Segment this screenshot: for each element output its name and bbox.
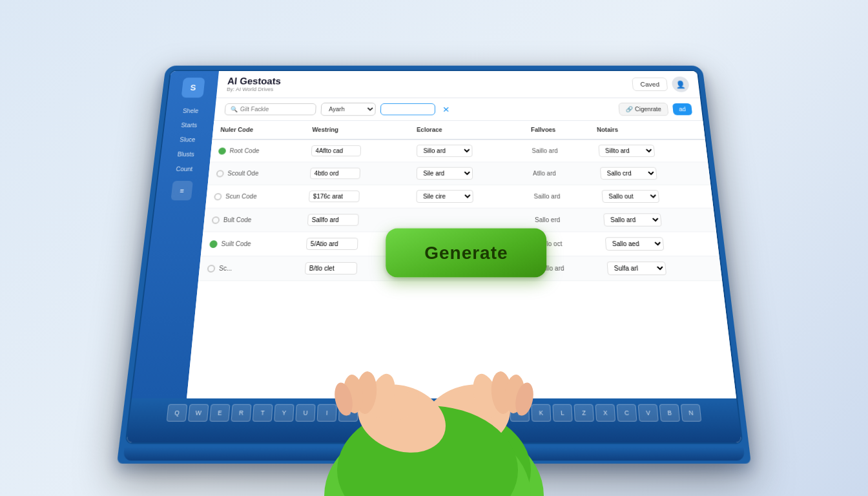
sidebar-item-blusts[interactable]: Blusts xyxy=(163,149,208,160)
user-icon-button[interactable]: 👤 xyxy=(671,77,690,92)
sidebar-item-shele[interactable]: Shele xyxy=(169,105,212,116)
header-right: Caved 👤 xyxy=(632,77,690,92)
cell-westring xyxy=(303,140,409,162)
generate-big-button[interactable]: Generate xyxy=(386,229,546,278)
westring-input[interactable] xyxy=(307,214,358,225)
sidebar-item-sluce[interactable]: Sluce xyxy=(165,134,210,145)
sidebar-bottom-icon[interactable]: ≡ xyxy=(170,181,193,200)
key-a[interactable]: A xyxy=(381,404,400,422)
generate-overlay: Generate xyxy=(386,229,546,278)
notairs-select[interactable]: Sallo ard xyxy=(603,213,662,226)
sidebar-logo: S xyxy=(181,78,205,98)
key-v[interactable]: V xyxy=(638,404,659,422)
col-fallvoes: Fallvoes xyxy=(523,121,590,140)
cell-nuler-code: Sc... xyxy=(198,256,298,280)
eclorace-select[interactable]: Sile ard xyxy=(416,167,472,180)
extra-input[interactable] xyxy=(380,103,435,115)
key-n[interactable]: N xyxy=(681,404,702,422)
radio-dot[interactable] xyxy=(218,147,227,154)
key-z[interactable]: Z xyxy=(574,404,594,422)
app-subtitle: By: AI World Drives xyxy=(227,87,281,92)
cigenrate-button[interactable]: 🔗 Cigenrate xyxy=(618,103,668,116)
notairs-select[interactable]: Sallo out xyxy=(601,190,659,203)
cell-notairs: Sulfa arl xyxy=(598,256,722,280)
table-header-row: Nuler Code Westring Eclorace Fallvoes No… xyxy=(212,121,705,140)
add-button[interactable]: ad xyxy=(672,103,692,115)
search-icon: 🔍 xyxy=(230,106,238,112)
toolbar: 🔍 Ayarh Option2 Option3 ✕ 🔗 xyxy=(214,98,703,121)
key-m[interactable]: M xyxy=(367,424,388,442)
key-u[interactable]: U xyxy=(295,404,315,422)
key-d[interactable]: D xyxy=(424,404,444,422)
key-x[interactable]: X xyxy=(595,404,615,422)
westring-input[interactable] xyxy=(308,191,359,202)
key-r[interactable]: R xyxy=(231,404,251,422)
key-w[interactable]: W xyxy=(188,404,209,422)
caved-button[interactable]: Caved xyxy=(632,78,668,91)
notairs-select[interactable]: Sillto ard xyxy=(598,145,655,157)
cell-eclorace: Sillo ard xyxy=(409,140,525,162)
radio-dot[interactable] xyxy=(216,170,224,177)
cell-eclorace: Sile cire xyxy=(408,185,526,208)
radio-dot[interactable] xyxy=(207,264,215,272)
radio-dot[interactable] xyxy=(209,240,218,248)
eclorace-select[interactable]: Sile cire xyxy=(416,190,473,203)
key-b[interactable]: B xyxy=(659,404,680,422)
fallvoes-text: Saillo ard xyxy=(532,147,557,154)
westring-input[interactable] xyxy=(305,238,358,250)
fallvoes-text: Sallo erd xyxy=(535,216,561,223)
row-name: Root Code xyxy=(229,147,260,154)
fallvoes-text: Saillo ard xyxy=(533,193,560,200)
filter-dropdown[interactable]: Ayarh Option2 Option3 xyxy=(320,103,375,116)
key-k[interactable]: K xyxy=(531,404,551,422)
cell-nuler-code: Suilt Code xyxy=(201,232,299,256)
key-o[interactable]: O xyxy=(338,404,358,422)
key-i[interactable]: I xyxy=(317,404,337,422)
generate-icon: 🔗 xyxy=(625,106,633,112)
notairs-select[interactable]: Sallo aed xyxy=(604,237,664,251)
key-q[interactable]: Q xyxy=(167,404,188,422)
key-l[interactable]: L xyxy=(552,404,572,422)
key-space[interactable] xyxy=(389,424,501,442)
cell-notairs: Sallo aed xyxy=(597,232,719,256)
key-g[interactable]: G xyxy=(467,404,486,422)
notairs-select[interactable]: Sulfa arl xyxy=(606,262,666,275)
notairs-select[interactable]: Sallo crd xyxy=(599,167,657,180)
col-nuler-code: Nuler Code xyxy=(212,121,305,140)
key-h[interactable]: H xyxy=(488,404,508,422)
app-title-group: AI Gestoats By: AI World Drives xyxy=(227,77,282,92)
key-f[interactable]: F xyxy=(446,404,465,422)
keyboard-area: Q W E R T Y U I O P A S D F G H J K L Z xyxy=(127,398,741,442)
table-row: Scun Code Sile cire Saillo ard Sallo out xyxy=(205,185,713,208)
col-westring: Westring xyxy=(304,121,409,140)
key-y[interactable]: Y xyxy=(274,404,294,422)
key-e[interactable]: E xyxy=(209,404,230,422)
key-p[interactable]: P xyxy=(360,404,380,422)
key-c[interactable]: C xyxy=(617,404,637,422)
sidebar-item-starts[interactable]: Starts xyxy=(167,119,211,130)
laptop-wrapper: S Shele Starts Sluce Blusts Count ≡ AI G… xyxy=(143,48,725,448)
westring-input[interactable] xyxy=(309,168,360,180)
cell-fallvoes: Atllo ard xyxy=(525,162,594,185)
radio-dot[interactable] xyxy=(212,216,220,224)
clear-button[interactable]: ✕ xyxy=(440,105,452,114)
search-input[interactable] xyxy=(240,106,307,112)
sidebar-item-count[interactable]: Count xyxy=(161,163,207,175)
cell-nuler-code: Root Code xyxy=(210,140,304,162)
westring-input[interactable] xyxy=(311,145,360,156)
radio-dot[interactable] xyxy=(214,192,222,200)
app-title: AI Gestoats xyxy=(227,77,282,87)
eclorace-select[interactable]: Sillo ard xyxy=(417,145,473,157)
cell-nuler-code: Scun Code xyxy=(205,185,302,208)
westring-input[interactable] xyxy=(304,262,357,274)
table-row: Scoult Ode Sile ard Atllo ard Sallo crd xyxy=(208,162,711,185)
app-header: AI Gestoats By: AI World Drives Caved 👤 xyxy=(216,71,700,98)
cell-notairs: Sallo ard xyxy=(595,208,716,232)
cell-notairs: Sallo out xyxy=(594,185,714,208)
cell-nuler-code: Bult Code xyxy=(203,208,300,232)
search-box: 🔍 xyxy=(224,103,316,115)
key-j[interactable]: J xyxy=(510,404,530,422)
cell-westring xyxy=(300,185,409,208)
key-t[interactable]: T xyxy=(253,404,273,422)
key-s[interactable]: S xyxy=(403,404,422,422)
